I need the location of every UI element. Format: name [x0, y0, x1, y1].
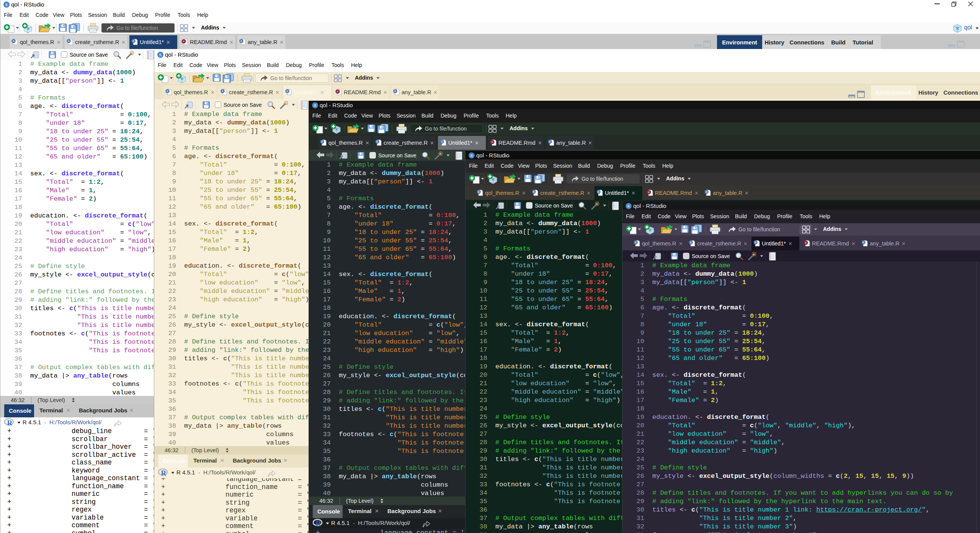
svg-text:R: R: [159, 53, 162, 57]
svg-text:R: R: [181, 77, 183, 81]
svg-text:R: R: [492, 141, 493, 143]
svg-text:R: R: [862, 241, 865, 244]
svg-text:R: R: [549, 140, 551, 144]
svg-text:R: R: [7, 419, 13, 427]
svg-text:R: R: [533, 190, 535, 194]
svg-text:R: R: [240, 39, 243, 43]
svg-text:R: R: [598, 190, 600, 194]
svg-text:R: R: [316, 520, 321, 527]
svg-text:R: R: [470, 154, 473, 158]
svg-text:R: R: [376, 140, 379, 144]
svg-text:R: R: [690, 241, 692, 244]
svg-text:R: R: [755, 241, 757, 244]
svg-text:R: R: [183, 40, 185, 43]
svg-text:R: R: [335, 127, 338, 131]
svg-text:R: R: [13, 39, 15, 43]
svg-text:R: R: [635, 241, 637, 244]
svg-text:R: R: [478, 190, 480, 194]
svg-text:R: R: [27, 26, 29, 31]
svg-text:R: R: [394, 90, 397, 93]
svg-text:R: R: [314, 103, 317, 108]
svg-text:R: R: [5, 3, 8, 7]
svg-text:R: R: [441, 140, 443, 144]
svg-text:R: R: [321, 140, 323, 144]
svg-text:R: R: [222, 90, 224, 93]
svg-text:R: R: [627, 204, 630, 208]
svg-text:R: R: [805, 241, 807, 244]
svg-text:R: R: [167, 90, 169, 93]
svg-text:R: R: [68, 39, 70, 43]
svg-text:R: R: [132, 39, 135, 43]
svg-text:R: R: [956, 26, 959, 30]
svg-text:R: R: [648, 191, 650, 193]
svg-text:R: R: [337, 90, 339, 93]
svg-text:R: R: [649, 228, 652, 232]
svg-text:R: R: [492, 177, 495, 181]
svg-text:R: R: [286, 90, 289, 93]
svg-text:R: R: [706, 190, 708, 194]
svg-text:R: R: [161, 469, 167, 477]
